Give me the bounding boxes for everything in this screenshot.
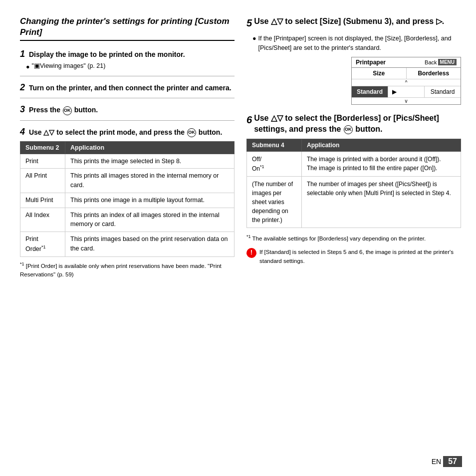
submenu4-col2-header: Application bbox=[302, 139, 461, 152]
footer-en-label: EN bbox=[432, 458, 441, 466]
pp-header: Printpaper Back MENU bbox=[352, 57, 461, 68]
ok-icon-step4: OK bbox=[187, 128, 196, 137]
submenu2-row5-col2: This prints images based on the print re… bbox=[65, 232, 235, 257]
step-4-number: 4 bbox=[20, 127, 25, 137]
table-row: Print This prints the image selected in … bbox=[20, 154, 235, 169]
caution-text: If [Standard] is selected in Steps 5 and… bbox=[259, 247, 461, 266]
step-1: 1 Display the image to be printed on the… bbox=[20, 48, 235, 76]
pp-size-value: Standard bbox=[352, 86, 388, 97]
step-3-divider bbox=[20, 120, 235, 121]
submenu2-row2-col1: All Print bbox=[20, 169, 65, 193]
pp-arrow-mid: ▶ bbox=[388, 86, 425, 97]
submenu2-row5-col1: Print Order*1 bbox=[20, 232, 65, 257]
step-2-divider bbox=[20, 98, 235, 98]
pp-title: Printpaper bbox=[356, 59, 386, 66]
step-1-bullet: ● "▣Viewing images" (p. 21) bbox=[26, 61, 235, 72]
step-6: 6 Use △▽ to select the [Borderless] or [… bbox=[246, 113, 461, 266]
caution-icon: ! bbox=[246, 248, 256, 258]
pp-col-borderless: Borderless bbox=[407, 68, 461, 79]
table-row: Multi Print This prints one image in a m… bbox=[20, 193, 235, 208]
submenu4-row1-col1: Off/On*1 bbox=[247, 152, 302, 177]
submenu2-row3-col1: Multi Print bbox=[20, 193, 65, 208]
step-2-heading: 2 Turn on the printer, and then connect … bbox=[20, 81, 235, 94]
step-3-heading: 3 Press the OK button. bbox=[20, 103, 235, 116]
page: Changing the printer's settings for prin… bbox=[0, 0, 476, 476]
submenu2-row4-col2: This prints an index of all images store… bbox=[65, 208, 235, 232]
printpaper-display: Printpaper Back MENU Size Borderless ^ S… bbox=[351, 57, 461, 105]
ok-icon-step6: OK bbox=[344, 125, 353, 134]
caution-row: ! If [Standard] is selected in Steps 5 a… bbox=[246, 247, 461, 266]
step-3: 3 Press the OK button. bbox=[20, 103, 235, 120]
pp-up-arrow-row: ^ bbox=[352, 79, 461, 86]
step-1-heading: 1 Display the image to be printed on the… bbox=[20, 48, 235, 60]
step-5-heading: 5 Use △▽ to select [Size] (Submenu 3), a… bbox=[246, 16, 461, 30]
right-column: 5 Use △▽ to select [Size] (Submenu 3), a… bbox=[246, 16, 461, 466]
submenu2-col1-header: Submenu 2 bbox=[20, 141, 65, 154]
left-footnote: *1 [Print Order] is available only when … bbox=[20, 261, 235, 279]
submenu4-table: Submenu 4 Application Off/On*1 The image… bbox=[246, 139, 461, 228]
pp-back: Back MENU bbox=[425, 59, 457, 65]
table-row: Print Order*1 This prints images based o… bbox=[20, 232, 235, 257]
table-row: All Index This prints an index of all im… bbox=[20, 208, 235, 232]
step-4: 4 Use △▽ to select the print mode, and p… bbox=[20, 126, 235, 279]
pp-down-arrow-row: v bbox=[352, 97, 461, 104]
step-6-number: 6 bbox=[246, 113, 252, 127]
footer-page-number: 57 bbox=[443, 456, 462, 467]
right-footnote-1: *1 The available settings for [Borderles… bbox=[246, 233, 461, 243]
step-2-number: 2 bbox=[20, 82, 25, 92]
submenu2-table: Submenu 2 Application Print This prints … bbox=[20, 141, 235, 257]
step-5: 5 Use △▽ to select [Size] (Submenu 3), a… bbox=[246, 16, 461, 105]
footer: EN 57 bbox=[432, 456, 462, 467]
step-3-number: 3 bbox=[20, 104, 25, 114]
submenu2-row1-col2: This prints the image selected in Step 8… bbox=[65, 154, 235, 169]
title-underline bbox=[20, 40, 235, 41]
submenu4-col1-header: Submenu 4 bbox=[247, 139, 302, 152]
page-title: Changing the printer's settings for prin… bbox=[20, 16, 235, 38]
submenu2-col2-header: Application bbox=[65, 141, 235, 154]
step-5-bullet: ● If the [Printpaper] screen is not disp… bbox=[252, 34, 461, 53]
submenu2-row3-col2: This prints one image in a multiple layo… bbox=[65, 193, 235, 208]
submenu4-row2-col2: The number of images per sheet ([Pics/Sh… bbox=[302, 177, 461, 228]
step-5-number: 5 bbox=[246, 16, 252, 30]
submenu2-row1-col1: Print bbox=[20, 154, 65, 169]
submenu2-row2-col2: This prints all images stored in the int… bbox=[65, 169, 235, 193]
submenu2-row4-col1: All Index bbox=[20, 208, 65, 232]
step-1-number: 1 bbox=[20, 49, 25, 59]
left-column: Changing the printer's settings for prin… bbox=[20, 16, 235, 466]
pp-value-row: Standard ▶ Standard bbox=[352, 86, 461, 97]
pp-cols: Size Borderless bbox=[352, 68, 461, 79]
table-row: (The number of images per sheet varies d… bbox=[247, 177, 461, 228]
submenu4-row2-col1: (The number of images per sheet varies d… bbox=[247, 177, 302, 228]
step-2: 2 Turn on the printer, and then connect … bbox=[20, 81, 235, 98]
pp-col-size: Size bbox=[352, 68, 407, 79]
pp-borderless-value: Standard bbox=[425, 86, 461, 97]
right-footnote-area: *1 The available settings for [Borderles… bbox=[246, 233, 461, 265]
table-row: All Print This prints all images stored … bbox=[20, 169, 235, 193]
pp-back-label: MENU bbox=[438, 59, 457, 65]
step-6-heading: 6 Use △▽ to select the [Borderless] or [… bbox=[246, 113, 461, 135]
step-4-heading: 4 Use △▽ to select the print mode, and p… bbox=[20, 126, 235, 138]
step-1-divider bbox=[20, 76, 235, 76]
submenu4-row1-col2: The image is printed with a border aroun… bbox=[302, 152, 461, 177]
ok-icon-step3: OK bbox=[63, 106, 72, 115]
table-row: Off/On*1 The image is printed with a bor… bbox=[247, 152, 461, 177]
